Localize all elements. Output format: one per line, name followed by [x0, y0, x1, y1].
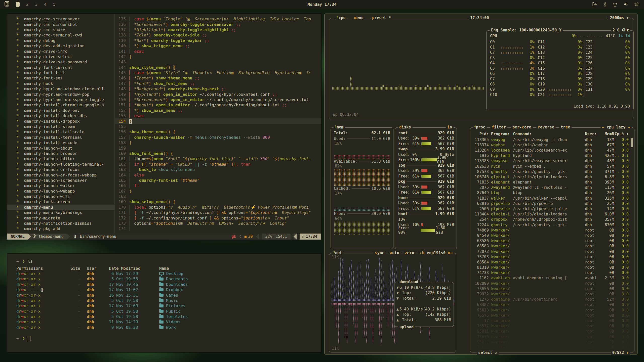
process-row[interactable]: 95811kworker/root0B0.0 [473, 329, 629, 334]
process-row[interactable]: 76577kworker/root0B0.0 [473, 324, 629, 329]
column-header[interactable]: MemB [599, 132, 614, 136]
process-row[interactable]: 102099kworker/root0B0.0 [473, 281, 629, 286]
scrollbar-thumb[interactable] [631, 138, 633, 147]
tree-item-omarchy-dev-add-migration[interactable]: *omarchy-dev-add-migration [16, 43, 114, 49]
process-row[interactable]: 72073kworker/root0B0.0 [473, 249, 629, 254]
process-row[interactable]: 73655kworker/root0B0.0 [473, 334, 629, 339]
tree-item-omarchy-debug[interactable]: *omarchy-debug [16, 38, 114, 43]
process-row[interactable]: 113374waybar/usr/bin/waybardhh67M0.0 [473, 142, 629, 148]
process-row[interactable]: 106746glycin-i/usr/lib/glycin-loadersdhh… [473, 174, 629, 179]
tree-item-omarchy-menu[interactable]: *omarchy-menu [7, 205, 115, 210]
tree-item-omarchy-launch-webapp[interactable]: *omarchy-launch-webapp [16, 189, 114, 194]
tree-item-omarchy-install-dropbox[interactable]: *omarchy-install-dropbox [16, 118, 114, 124]
tree-item-omarchy-font-set[interactable]: *omarchy-font-set [16, 75, 114, 81]
process-row[interactable]: 73652kworker/root0B0.0 [473, 345, 629, 350]
process-row[interactable]: 1275containe/usr/bin/containerdroot52M0.… [473, 297, 629, 302]
proc-panel-title[interactable]: 4proc [473, 125, 487, 129]
tree-item-omarchy-launch-browser[interactable]: *omarchy-launch-browser [16, 151, 114, 156]
process-row[interactable]: 113284localsea/usr/lib/localsearch-exdhh… [473, 148, 629, 153]
tree-item-omarchy-font-list[interactable]: *omarchy-font-list [16, 70, 114, 75]
sort-column-selector[interactable]: ← cpu lazy → [600, 125, 632, 129]
process-row[interactable]: 68583kworker/root0B0.0 [473, 244, 629, 249]
process-row[interactable]: 2544dropbox/home/dhh/.dropbox-distdhh357… [473, 217, 629, 222]
process-row[interactable]: 68586kworker/root0B0.0 [473, 238, 629, 244]
update-interval-control[interactable]: - 2000ms + [604, 16, 630, 20]
process-row[interactable]: 1162avahi-daavahi-daemon: running [avahi… [473, 276, 629, 281]
io-tab[interactable]: io [446, 125, 454, 129]
tree-item-omarchy-cmd-screensaver[interactable]: *omarchy-cmd-screensaver [16, 16, 114, 22]
process-row[interactable]: 73703kworker/root0B0.0 [473, 254, 629, 259]
auto-button[interactable]: auto [388, 251, 401, 255]
tree-item-omarchy-launch-screensaver[interactable]: *omarchy-launch-screensaver [16, 178, 114, 183]
tree-item-omarchy-install-dev-env[interactable]: *omarchy-install-dev-env [16, 108, 114, 113]
cpu-panel-title[interactable]: 1cpu [335, 16, 347, 20]
process-row[interactable]: 87573ghostty/usr/bin/ghostty --gtk-dhh37… [473, 169, 629, 174]
column-header[interactable]: Program: [489, 132, 512, 136]
process-row[interactable]: 81310kworker/root0B0.0 [473, 265, 629, 270]
column-header[interactable]: Command: [512, 132, 585, 136]
process-row[interactable]: 71835elephantelephantdhh393M0.0 [473, 180, 629, 185]
process-row[interactable]: 74733kworker/root0B0.0 [473, 270, 629, 276]
process-row[interactable]: 1916HyprlandHyprlanddhh422M.. 0.1 [473, 153, 629, 158]
process-row[interactable]: 95812kworker/root0B0.0 [473, 339, 629, 345]
tree-item-omarchy-launch-about[interactable]: *omarchy-launch-about [16, 145, 114, 151]
process-row[interactable]: 79932kworker/root0B0.0 [473, 291, 629, 297]
process-row[interactable]: 87649btopbtopdhh26M0.0 [473, 190, 629, 196]
process-row[interactable]: 113404glycin-i/usr/lib/glycin-loadersdhh… [473, 212, 629, 217]
filter-button[interactable]: filter [490, 125, 507, 129]
process-row[interactable]: 17rcu_preeroot0B0.0 [473, 318, 629, 323]
column-header[interactable]: Cpu% ↑ [614, 132, 629, 136]
tree-item-omarchy-launch-floating-terminal-[interactable]: *omarchy-launch-floating-terminal- [16, 162, 114, 167]
process-row[interactable]: 94540kworker/root0B0.0 [473, 233, 629, 238]
tree-item-omarchy-launch-or-focus[interactable]: *omarchy-launch-or-focus [16, 167, 114, 172]
process-row[interactable]: 73656kworker/root0B0.0 [473, 286, 629, 291]
preset-button[interactable]: preset * [371, 16, 392, 20]
tree-item-omarchy-notification-dismiss[interactable]: *omarchy-notification-dismiss [16, 221, 114, 226]
process-row[interactable]: 95623kworker/root0B0.0 [473, 307, 629, 313]
tree-item-omarchy-hook[interactable]: *omarchy-hook [16, 81, 114, 86]
process-row[interactable]: 102638nvimnvim --embed .dhh57M0.0 [473, 164, 629, 169]
tree-item-omarchy-drive-select[interactable]: *omarchy-drive-select [16, 54, 114, 59]
tree-item-omarchy-cmd-share[interactable]: *omarchy-cmd-share [16, 27, 114, 32]
mem-panel-title[interactable]: 2mem [333, 125, 345, 129]
disks-tab[interactable]: disks [398, 125, 413, 129]
reverse-button[interactable]: reverse [536, 125, 556, 129]
process-row[interactable]: 74869kworker/root0B0.0 [473, 228, 629, 233]
tree-item-omarchy-launch-editor[interactable]: *omarchy-launch-editor [16, 156, 114, 161]
process-row[interactable]: 68584kworker/root0B0.0 [473, 259, 629, 265]
tree-item-omarchy-lock-screen[interactable]: *omarchy-lock-screen [16, 199, 114, 204]
process-row[interactable]: 71837walker/usr/bin/walker --gappldhh325… [473, 196, 629, 201]
per-core-button[interactable]: per-core [511, 125, 533, 129]
process-row[interactable]: 2506pipewire/usr/bin/pipewire-pulsedhh14… [473, 206, 629, 211]
process-row[interactable]: 113383swayosd-/usr/bin/swayosd-serverdhh… [473, 158, 629, 164]
tree-item-omarchy-hyprland-window-pop[interactable]: *omarchy-hyprland-window-pop [16, 92, 114, 97]
process-row[interactable]: 113365swaybg/usr/bin/swaybg -i /homdhh13… [473, 137, 629, 142]
tree-item-omarchy-pkg-add[interactable]: *omarchy-pkg-add [16, 226, 114, 231]
sync-button[interactable]: sync [373, 251, 386, 255]
code-area[interactable]: 135▏ case $(menu "Toggle" "▣ Screensaver… [115, 14, 321, 234]
tree-item-omarchy-drive-set-password[interactable]: *omarchy-drive-set-password [16, 59, 114, 65]
tree-item-omarchy-install-tailscale[interactable]: *omarchy-install-tailscale [16, 129, 114, 134]
net-panel-title[interactable]: 3net [332, 251, 344, 255]
column-header[interactable]: Pid: [473, 132, 489, 136]
menu-button[interactable]: menu [353, 16, 365, 20]
tree-item-omarchy-launch-wifi[interactable]: *omarchy-launch-wifi [16, 194, 114, 199]
tree-item-omarchy-hyprland-window-close-all[interactable]: *omarchy-hyprland-window-close-all [16, 86, 114, 92]
tree-item-omarchy-install-docker-dbs[interactable]: *omarchy-install-docker-dbs [16, 113, 114, 118]
tree-item-omarchy-cmd-terminal-cwd[interactable]: *omarchy-cmd-terminal-cwd [16, 32, 114, 38]
zero-button[interactable]: zero [403, 251, 416, 255]
tree-item-omarchy-install-steam[interactable]: *omarchy-install-steam [16, 124, 114, 129]
process-row[interactable]: 12244ghostty/usr/bin/ghostty --gtk-dhh87… [473, 222, 629, 228]
tree-item-omarchy-hyprland-workspace-toggle[interactable]: *omarchy-hyprland-workspace-toggle [16, 97, 114, 102]
tree-button[interactable]: tree [559, 125, 572, 129]
prompt-line[interactable]: ~ ❯ [16, 336, 321, 341]
tree-item-omarchy-install-terminal[interactable]: *omarchy-install-terminal [16, 135, 114, 140]
column-header[interactable]: User: [585, 132, 599, 136]
process-row[interactable]: 63816pipewire/usr/bin/pipewiredhh25M0.0 [473, 201, 629, 206]
tree-item-omarchy-menu-keybindings[interactable]: *omarchy-menu-keybindings [16, 210, 114, 215]
tree-item-omarchy-launch-or-focus-webapp[interactable]: *omarchy-launch-or-focus-webapp [16, 172, 114, 177]
process-row[interactable]: 68482kworker/root0B0.0 [473, 302, 629, 307]
process-row[interactable]: 76575kworker/root0B0.0 [473, 313, 629, 318]
process-header-row[interactable]: Pid:Program:Command:User:MemBCpu% ↑ [473, 131, 629, 137]
process-row[interactable]: 2075XwaylandXwayland :1 -rootless -dhh11… [473, 185, 629, 190]
